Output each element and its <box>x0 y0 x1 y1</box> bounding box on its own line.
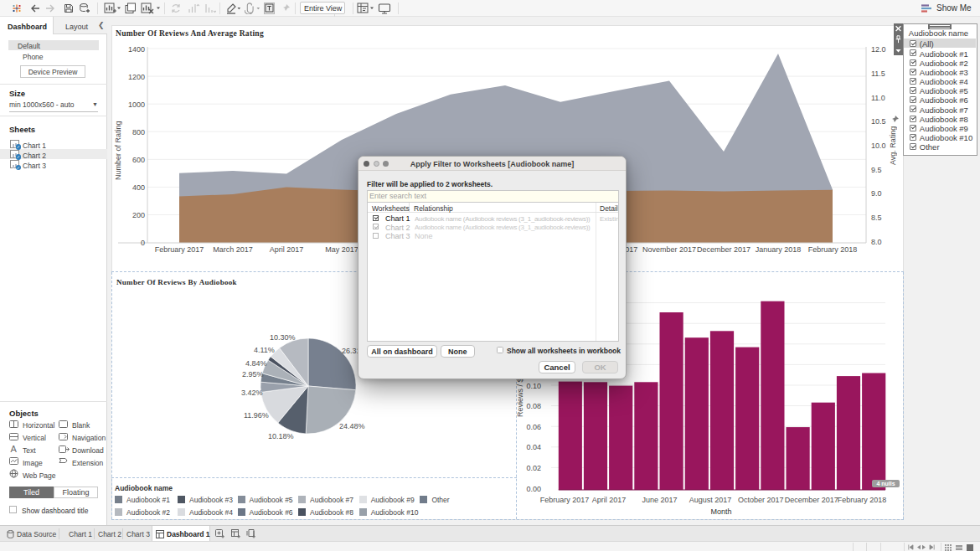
svg-text:A: A <box>11 444 18 454</box>
